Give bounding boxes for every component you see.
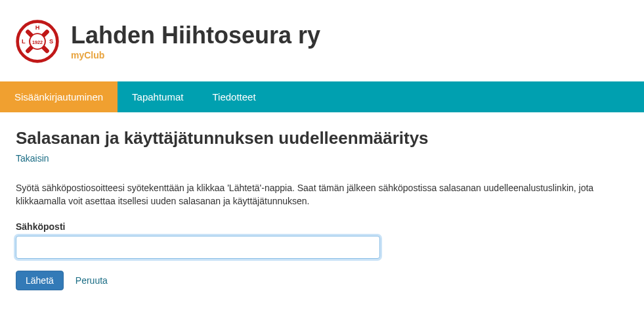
nav-item-bulletins[interactable]: Tiedotteet: [198, 81, 270, 112]
club-name: Lahden Hiihtoseura ry: [71, 22, 320, 49]
instructions-text: Syötä sähköpostiosoitteesi syötekenttään…: [16, 181, 628, 208]
logo-year: 1922: [32, 39, 43, 45]
main-content: Salasanan ja käyttäjätunnuksen uudelleen…: [0, 112, 644, 311]
back-link[interactable]: Takaisin: [16, 153, 49, 164]
app-subtitle: myClub: [71, 50, 320, 60]
submit-button[interactable]: Lähetä: [16, 271, 64, 290]
nav-item-login[interactable]: Sisäänkirjautuminen: [0, 81, 118, 112]
nav-item-events[interactable]: Tapahtumat: [118, 81, 198, 112]
email-field[interactable]: [16, 236, 380, 259]
page-header: H L S 1922 Lahden Hiihtoseura ry myClub: [0, 0, 644, 81]
email-label: Sähköposti: [16, 221, 628, 232]
main-nav: Sisäänkirjautuminen Tapahtumat Tiedottee…: [0, 81, 644, 112]
cancel-button[interactable]: Peruuta: [75, 275, 108, 286]
logo-letter-right: S: [49, 38, 53, 45]
page-title: Salasanan ja käyttäjätunnuksen uudelleen…: [16, 128, 628, 148]
logo-letter-top: H: [35, 24, 40, 31]
club-logo: H L S 1922: [16, 20, 59, 63]
logo-letter-left: L: [22, 38, 26, 45]
title-block: Lahden Hiihtoseura ry myClub: [71, 22, 320, 60]
button-row: Lähetä Peruuta: [16, 271, 628, 290]
